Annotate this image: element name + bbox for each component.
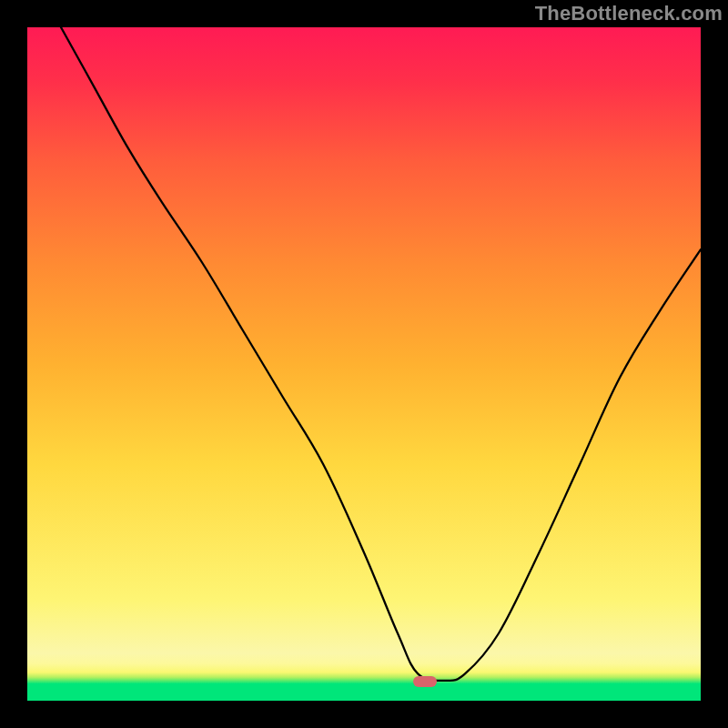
optimum-marker	[413, 676, 437, 687]
watermark-text: TheBottleneck.com	[535, 2, 723, 25]
plot-area	[27, 27, 701, 701]
chart-frame: TheBottleneck.com	[0, 0, 728, 728]
